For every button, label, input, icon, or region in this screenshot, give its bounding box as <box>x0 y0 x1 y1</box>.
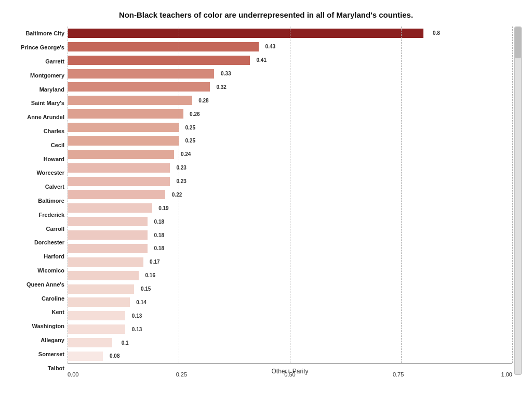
bar: 0.24 <box>68 150 174 159</box>
scrollbar-thumb[interactable] <box>515 27 521 58</box>
bar-value-label: 0.25 <box>185 138 195 144</box>
x-axis: 0.000.250.500.751.00 <box>68 371 512 378</box>
y-label: Kent <box>10 305 68 319</box>
y-label: Queen Anne's <box>10 277 68 291</box>
bar: 0.13 <box>68 311 125 320</box>
y-axis-labels: Baltimore CityPrince George'sGarrettMont… <box>10 27 68 375</box>
bar-value-label: 0.23 <box>176 165 186 171</box>
y-label: Calvert <box>10 180 68 194</box>
y-label: Worcester <box>10 166 68 180</box>
y-label: Baltimore City <box>10 27 68 41</box>
bar-value-label: 0.18 <box>154 245 164 251</box>
bar-value-label: 0.13 <box>132 327 142 332</box>
bar: 0.18 <box>68 244 148 253</box>
bar: 0.28 <box>68 96 192 105</box>
scrollbar[interactable] <box>514 27 522 375</box>
bar: 0.08 <box>68 352 103 361</box>
bar-value-label: 0.8 <box>433 30 440 36</box>
bar: 0.15 <box>68 284 134 294</box>
bar: 0.22 <box>68 190 165 199</box>
bar: 0.17 <box>68 257 143 267</box>
y-label: Anne Arundel <box>10 110 68 124</box>
y-label: Cecil <box>10 138 68 152</box>
bar: 0.8 <box>68 29 423 38</box>
bar-value-label: 0.25 <box>185 125 195 131</box>
y-label: Montgomery <box>10 68 68 82</box>
bar: 0.41 <box>68 56 250 65</box>
bar: 0.18 <box>68 217 148 226</box>
bar: 0.23 <box>68 177 170 186</box>
x-tick: 0.00 <box>68 371 78 378</box>
bar-value-label: 0.33 <box>221 71 231 76</box>
y-label: Prince George's <box>10 41 68 55</box>
y-label: Carroll <box>10 222 68 236</box>
bar-value-label: 0.22 <box>172 192 182 198</box>
bar-value-label: 0.18 <box>154 219 164 225</box>
y-label: Howard <box>10 152 68 166</box>
bar: 0.43 <box>68 42 259 51</box>
x-tick: 0.25 <box>176 371 187 378</box>
bar-value-label: 0.32 <box>216 84 226 90</box>
y-label: Garrett <box>10 55 68 69</box>
bar: 0.33 <box>68 69 214 79</box>
bar: 0.18 <box>68 230 148 240</box>
bar-value-label: 0.43 <box>265 44 275 49</box>
bar-value-label: 0.26 <box>190 111 200 117</box>
y-label: Saint Mary's <box>10 96 68 110</box>
chart-container: Non-Black teachers of color are underrep… <box>0 0 532 416</box>
x-tick: 0.75 <box>393 371 404 378</box>
bar: 0.32 <box>68 82 210 92</box>
bar-value-label: 0.28 <box>198 98 208 103</box>
bar: 0.19 <box>68 203 152 213</box>
bar: 0.14 <box>68 297 130 307</box>
y-label: Wicomico <box>10 264 68 278</box>
bar-value-label: 0.24 <box>181 151 191 157</box>
bar-value-label: 0.17 <box>150 259 159 265</box>
y-label: Baltimore <box>10 194 68 208</box>
bar-value-label: 0.18 <box>154 232 164 238</box>
bar-value-label: 0.14 <box>136 300 146 305</box>
bar-value-label: 0.15 <box>141 286 151 292</box>
bar-value-label: 0.41 <box>256 57 266 63</box>
bar-value-label: 0.1 <box>122 340 129 346</box>
y-label: Maryland <box>10 82 68 96</box>
bar-value-label: 0.08 <box>110 353 119 359</box>
y-label: Washington <box>10 319 68 333</box>
bars-area: 0.80.430.410.330.320.280.260.250.250.240… <box>68 27 512 363</box>
bar: 0.25 <box>68 136 179 146</box>
y-label: Talbot <box>10 361 68 375</box>
bar: 0.25 <box>68 123 179 132</box>
y-label: Harford <box>10 250 68 264</box>
bar-value-label: 0.23 <box>176 178 186 184</box>
bar: 0.26 <box>68 109 183 119</box>
y-label: Frederick <box>10 207 68 222</box>
bar: 0.16 <box>68 271 139 280</box>
bar: 0.1 <box>68 338 112 347</box>
bar-value-label: 0.19 <box>158 205 168 211</box>
y-label: Dorchester <box>10 236 68 250</box>
y-label: Allegany <box>10 333 68 347</box>
bar: 0.23 <box>68 163 170 173</box>
bar-value-label: 0.13 <box>132 313 142 319</box>
y-label: Caroline <box>10 291 68 305</box>
x-tick: 0.50 <box>284 371 295 378</box>
bar: 0.13 <box>68 324 125 334</box>
x-tick: 1.00 <box>501 371 512 378</box>
chart-title: Non-Black teachers of color are underrep… <box>10 10 522 19</box>
bar-value-label: 0.16 <box>145 272 155 278</box>
y-label: Charles <box>10 124 68 138</box>
y-label: Somerset <box>10 347 68 361</box>
